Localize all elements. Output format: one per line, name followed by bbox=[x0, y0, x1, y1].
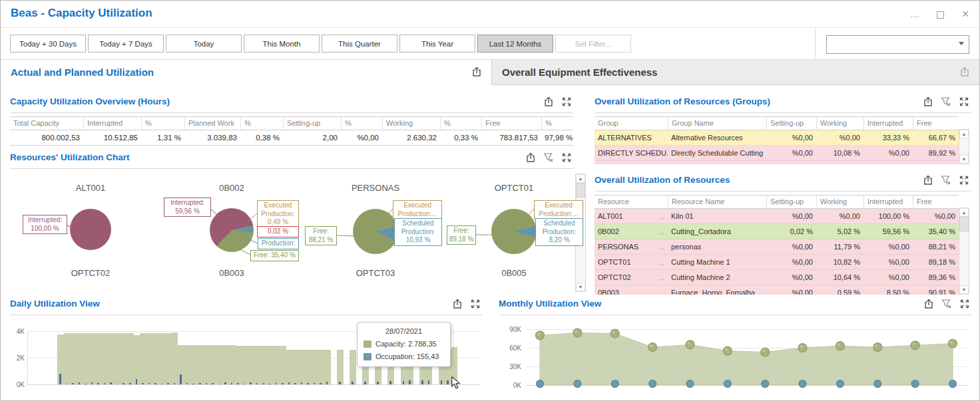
export-icon[interactable] bbox=[471, 67, 482, 77]
daily-bar[interactable] bbox=[57, 316, 64, 384]
scroll-down-button[interactable]: ▼ bbox=[576, 283, 585, 291]
daily-bar[interactable] bbox=[331, 316, 338, 384]
table-row[interactable]: 0BDEMO%0,001,08 %0,00 %97,92 % bbox=[595, 161, 959, 164]
column-header[interactable]: Interrupted bbox=[863, 196, 913, 208]
scroll-thumb[interactable] bbox=[959, 217, 969, 231]
daily-bar[interactable] bbox=[235, 316, 242, 384]
toolbar-button-set-filter-[interactable]: Set Filter... bbox=[555, 35, 631, 53]
daily-bar[interactable] bbox=[83, 316, 89, 384]
ellipsis-button[interactable]: ... bbox=[658, 255, 664, 269]
expand-icon[interactable] bbox=[470, 299, 481, 309]
column-header[interactable]: Interrupted bbox=[863, 117, 913, 130]
daily-bar[interactable] bbox=[159, 316, 166, 384]
scroll-down-button[interactable]: ▼ bbox=[959, 155, 969, 164]
expand-icon[interactable] bbox=[561, 152, 572, 163]
table-row[interactable]: OPTCT02...Cutting Machine 2%0,0010,64 %%… bbox=[595, 270, 959, 285]
column-header[interactable]: Free bbox=[481, 117, 541, 130]
close-button[interactable]: ✕ bbox=[958, 1, 973, 27]
daily-bar[interactable] bbox=[140, 316, 146, 384]
daily-bar[interactable] bbox=[267, 316, 274, 384]
column-header[interactable]: Setting-up bbox=[283, 117, 341, 130]
daily-bar[interactable] bbox=[344, 316, 350, 384]
daily-bar[interactable] bbox=[184, 316, 191, 384]
daily-bar[interactable] bbox=[254, 316, 261, 384]
daily-bar[interactable] bbox=[152, 316, 159, 384]
toolbar-button-this-year[interactable]: This Year bbox=[399, 35, 475, 53]
column-header[interactable]: Group Name bbox=[668, 117, 766, 130]
toolbar-button-today-7-days[interactable]: Today + 7 Days bbox=[88, 35, 164, 53]
export-icon[interactable] bbox=[923, 299, 934, 309]
resources-pie-chart[interactable]: ALT001OPTCT02Interrupted:100,00 %0B0020B… bbox=[10, 172, 573, 293]
scroll-thumb[interactable] bbox=[576, 183, 585, 198]
expand-icon[interactable] bbox=[561, 96, 572, 107]
clear-filter-icon[interactable] bbox=[941, 175, 951, 186]
daily-bar[interactable] bbox=[248, 316, 254, 384]
daily-bar[interactable] bbox=[70, 316, 77, 384]
daily-bar[interactable] bbox=[299, 316, 306, 384]
ellipsis-button[interactable]: ... bbox=[658, 270, 664, 285]
ellipsis-button[interactable]: ... bbox=[658, 239, 664, 254]
ellipsis-button[interactable]: ... bbox=[658, 209, 664, 223]
daily-bar[interactable] bbox=[204, 316, 210, 384]
column-header[interactable]: % bbox=[240, 117, 283, 130]
daily-bar[interactable] bbox=[292, 316, 299, 384]
daily-bar[interactable] bbox=[350, 316, 356, 384]
daily-bar[interactable] bbox=[318, 316, 324, 384]
capacity-values-row[interactable]: 800.002,5310.512,851,31 %3.039,830,38 %2… bbox=[10, 130, 573, 146]
export-icon[interactable] bbox=[923, 175, 933, 186]
toolbar-button-today[interactable]: Today bbox=[166, 35, 242, 53]
daily-bar[interactable] bbox=[178, 316, 184, 384]
daily-bar[interactable] bbox=[216, 316, 223, 384]
more-options-button[interactable]: … bbox=[907, 1, 922, 27]
column-header[interactable]: Working bbox=[816, 117, 863, 130]
monthly-area-chart[interactable] bbox=[499, 316, 971, 397]
clear-filter-icon[interactable] bbox=[543, 152, 554, 163]
daily-bar[interactable] bbox=[102, 316, 109, 384]
clear-filter-icon[interactable] bbox=[941, 96, 951, 107]
column-header[interactable]: Setting-up bbox=[766, 196, 816, 208]
column-header[interactable]: Interrupted bbox=[83, 117, 141, 130]
tab-actual-and-planned-utilization[interactable]: Actual and Planned Utilization bbox=[1, 60, 492, 84]
daily-bar[interactable] bbox=[108, 316, 115, 384]
clear-filter-icon[interactable] bbox=[941, 299, 952, 309]
export-icon[interactable] bbox=[923, 96, 933, 107]
tab-overall-equipment-effectiveness[interactable]: Overall Equipment Effectiveness bbox=[492, 60, 979, 85]
toolbar-button-this-quarter[interactable]: This Quarter bbox=[322, 35, 397, 53]
toolbar-button-last-12-months[interactable]: Last 12 Months bbox=[477, 35, 553, 53]
export-icon[interactable] bbox=[959, 67, 970, 77]
daily-bar[interactable] bbox=[115, 316, 121, 384]
column-header[interactable]: Working bbox=[816, 196, 863, 208]
daily-bar[interactable] bbox=[222, 316, 229, 384]
expand-icon[interactable] bbox=[959, 175, 969, 186]
table-row[interactable]: 0B002...Cutting_Cortadora0,02 %5,02 %59,… bbox=[595, 224, 959, 239]
table-row[interactable]: OPTCT01...Cutting Machine 1%0,0010,82 %%… bbox=[595, 255, 959, 270]
daily-bar[interactable] bbox=[146, 316, 153, 384]
table-row[interactable]: PERSONAS...personas%0,0011,79 %%0,0088,2… bbox=[595, 239, 959, 255]
daily-bar[interactable] bbox=[324, 316, 331, 384]
filter-dropdown[interactable] bbox=[826, 35, 969, 54]
column-header[interactable]: Free bbox=[913, 117, 959, 130]
table-row[interactable]: DIRECTLY SCHEDU...Directly Schedulable C… bbox=[595, 146, 959, 161]
maximize-button[interactable] bbox=[933, 1, 947, 27]
column-header[interactable]: Working bbox=[382, 117, 440, 130]
column-header[interactable]: Planned Work bbox=[184, 117, 240, 130]
column-header[interactable]: Setting-up bbox=[766, 117, 816, 130]
monthly-utilization-chart[interactable]: 90K60K30K0K bbox=[499, 316, 971, 397]
daily-bar[interactable] bbox=[312, 316, 318, 384]
table-row[interactable]: 0B003...Furnace_Horno_Fornalha%0,000,59 … bbox=[595, 285, 959, 295]
daily-bar[interactable] bbox=[210, 316, 216, 384]
table-row[interactable]: ALT001...Kiln 01%0,00%0,00100,00 %%0,00 bbox=[595, 209, 959, 224]
expand-icon[interactable] bbox=[959, 299, 970, 309]
column-header[interactable]: Resource bbox=[595, 196, 668, 208]
column-header[interactable]: Group bbox=[595, 117, 668, 130]
daily-bar[interactable] bbox=[127, 316, 134, 384]
daily-bar[interactable] bbox=[451, 316, 458, 384]
daily-bar[interactable] bbox=[95, 316, 102, 384]
scroll-up-button[interactable]: ▲ bbox=[576, 174, 585, 183]
daily-bar[interactable] bbox=[77, 316, 83, 384]
daily-bar[interactable] bbox=[172, 316, 178, 384]
daily-bar[interactable] bbox=[64, 316, 71, 384]
daily-bar[interactable] bbox=[134, 316, 140, 384]
column-header[interactable]: Free bbox=[913, 196, 959, 208]
resources-table-scrollbar[interactable]: ▲▼ bbox=[959, 207, 969, 295]
